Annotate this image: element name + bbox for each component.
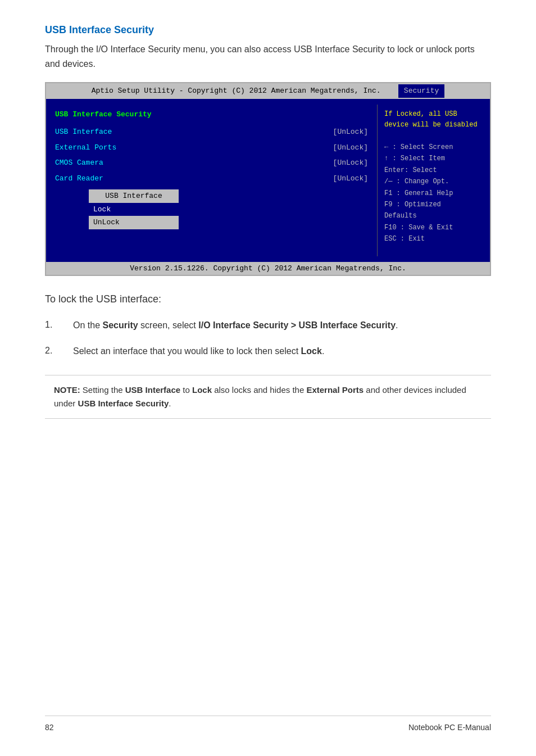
bios-row-external-ports: External Ports [UnLock]	[55, 142, 368, 153]
bios-section-title: USB Interface Security	[55, 109, 368, 120]
bios-key-f9: F9 : Optimized	[384, 199, 483, 210]
bios-key-f10: F10 : Save & Exit	[384, 222, 483, 233]
steps-list: 1. On the Security screen, select I/O In…	[45, 318, 491, 358]
step-2: 2. Select an interface that you would li…	[45, 344, 491, 359]
bios-value-cmos-camera: [UnLock]	[333, 157, 368, 169]
bios-label-cmos-camera: CMOS Camera	[55, 157, 103, 169]
bios-key-select-screen: ← : Select Screen	[384, 142, 483, 153]
bios-right-panel: If Locked, all USB device will be disabl…	[378, 105, 490, 256]
bios-active-tab: Security	[398, 84, 444, 98]
bios-footer: Version 2.15.1226. Copyright (C) 2012 Am…	[46, 262, 490, 275]
bios-keys: ← : Select Screen ↑ : Select Item Enter:…	[384, 142, 483, 245]
bios-value-card-reader: [UnLock]	[333, 173, 368, 184]
bios-key-f1: F1 : General Help	[384, 188, 483, 199]
bios-hint: If Locked, all USB device will be disabl…	[384, 109, 483, 130]
bios-screen: Aptio Setup Utility - Copyright (C) 2012…	[45, 82, 491, 276]
bios-row-card-reader: Card Reader [UnLock]	[55, 173, 368, 184]
intro-text: Through the I/O Interface Security menu,…	[45, 42, 491, 71]
bios-key-esc: ESC : Exit	[384, 233, 483, 245]
step-1-text: On the Security screen, select I/O Inter…	[73, 318, 398, 333]
bios-row-cmos-camera: CMOS Camera [UnLock]	[55, 157, 368, 169]
bios-key-enter: Enter: Select	[384, 165, 483, 176]
step-1: 1. On the Security screen, select I/O In…	[45, 318, 491, 333]
note-text: Setting the USB Interface to Lock also l…	[54, 385, 466, 408]
bios-header-text: Aptio Setup Utility - Copyright (C) 2012…	[92, 87, 381, 95]
bios-dropdown-title: USB Interface	[89, 189, 179, 203]
bios-key-change-opt: /— : Change Opt.	[384, 176, 483, 187]
bios-dropdown[interactable]: USB Interface Lock UnLock	[55, 189, 368, 229]
bios-row-usb-interface: USB Interface [UnLock]	[55, 126, 368, 138]
bios-value-usb-interface: [UnLock]	[333, 126, 368, 138]
step-1-number: 1.	[45, 318, 73, 332]
bios-left-panel: USB Interface Security USB Interface [Un…	[46, 105, 378, 256]
bios-label-usb-interface: USB Interface	[55, 126, 112, 138]
bios-label-external-ports: External Ports	[55, 142, 116, 153]
step-2-number: 2.	[45, 344, 73, 357]
step-2-text: Select an interface that you would like …	[73, 344, 324, 359]
bios-header: Aptio Setup Utility - Copyright (C) 2012…	[46, 83, 490, 99]
bios-value-external-ports: [UnLock]	[333, 142, 368, 153]
note-label: NOTE:	[54, 385, 80, 395]
bios-option-unlock[interactable]: UnLock	[89, 216, 179, 229]
page-footer: 82 Notebook PC E-Manual	[45, 716, 491, 734]
note-box: NOTE: Setting the USB Interface to Lock …	[45, 375, 491, 419]
bios-option-lock[interactable]: Lock	[89, 203, 179, 216]
bios-label-card-reader: Card Reader	[55, 173, 103, 184]
footer-page-number: 82	[45, 722, 54, 734]
bios-key-select-item: ↑ : Select Item	[384, 153, 483, 164]
bios-dropdown-options[interactable]: Lock UnLock	[89, 203, 179, 229]
section-title: USB Interface Security	[45, 22, 491, 38]
footer-doc-title: Notebook PC E-Manual	[408, 722, 491, 734]
lock-intro: To lock the USB interface:	[45, 292, 491, 307]
bios-body: USB Interface Security USB Interface [Un…	[46, 99, 490, 256]
bios-key-defaults: Defaults	[384, 210, 483, 221]
